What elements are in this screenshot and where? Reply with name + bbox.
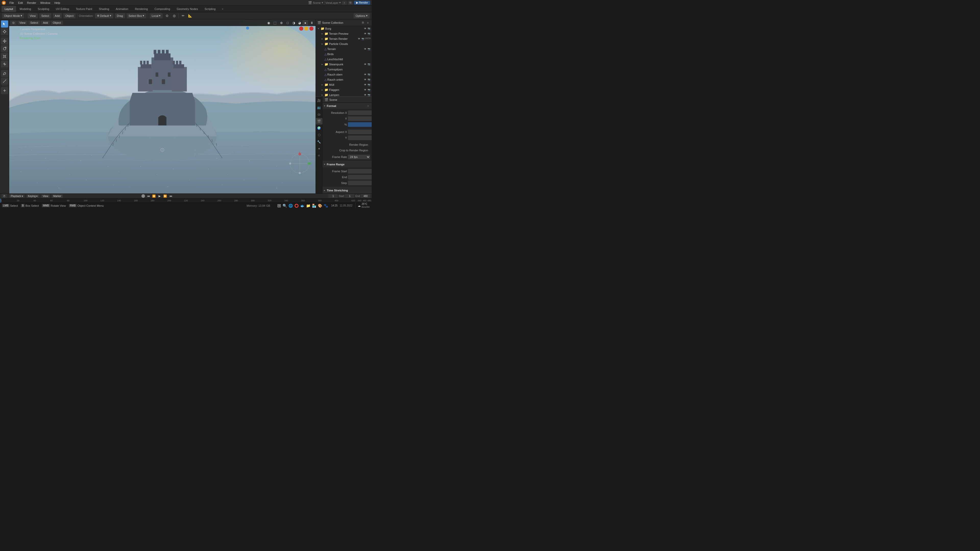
header-filter-btn[interactable]: ⊞ [348,1,353,5]
props-particles-icon-btn[interactable]: ✦ [316,146,322,152]
props-view-layer-icon-btn[interactable]: 🗂 [316,111,322,118]
transform-space-btn[interactable]: Local ▾ [150,13,162,18]
orientation-select-btn[interactable]: ⊕ Default ▾ [95,13,113,18]
taskbar-icon-store[interactable]: 🏪 [312,204,316,208]
marker-menu-btn[interactable]: Marker [52,194,63,198]
jump-start-btn[interactable]: ⏮ [146,194,151,198]
select-menu-btn[interactable]: Select [39,13,51,18]
format-section-header[interactable]: ▾ Format ≡ [322,103,372,109]
tab-scripting[interactable]: Scripting [201,6,218,12]
drag-btn[interactable]: Drag [115,13,125,18]
tab-uv-editing[interactable]: UV Editing [53,6,72,12]
props-modifier-icon-btn[interactable]: 🔧 [316,138,322,145]
tab-layout[interactable]: Layout [2,6,16,12]
shading-solid-btn[interactable]: ◑ [291,20,296,25]
end-frame-input[interactable] [361,194,370,198]
terrain-visible-icon[interactable]: 👁 [363,47,367,51]
lampen-render-icon[interactable]: 📷 [367,93,371,97]
burg-render-icon[interactable]: 📷 [367,27,371,30]
mull-visible-icon[interactable]: 👁 [363,83,367,87]
select-mode-btn[interactable]: Select Box ▾ [127,13,146,18]
timeline-track[interactable]: 1 20 40 60 80 100 120 140 160 180 200 22… [0,198,372,203]
outliner-filter-btn[interactable]: ⊞ [360,21,365,25]
record-btn[interactable] [142,194,145,198]
outliner-item-birds[interactable]: △ Birds [316,52,372,57]
aspect-x-input[interactable] [348,130,372,134]
box-select-status-btn[interactable]: B Box Select [21,204,39,207]
outliner-item-rauch-unten[interactable]: △ Rauch unten 👁 📷 [316,77,372,82]
outliner-item-burg[interactable]: ▾ 📁 Burg 👁 📷 [316,26,372,31]
tab-sculpting[interactable]: Sculpting [35,6,52,12]
keying-menu-btn[interactable]: Keying ▾ [27,194,39,198]
menu-help[interactable]: Help [52,1,62,5]
tool-measure-btn[interactable] [1,78,8,85]
tool-add-btn[interactable] [1,87,8,94]
rauch-unten-visible-icon[interactable]: 👁 [363,78,367,81]
play-btn[interactable]: ▶ [157,194,162,198]
props-scene-icon-btn[interactable]: 🎬 [316,118,322,125]
shading-wireframe-btn[interactable]: □ [285,20,291,25]
props-render-icon-btn[interactable]: 🎥 [316,97,322,104]
measure-icon-btn[interactable]: 📐 [188,13,193,18]
flaggen-visible-icon[interactable]: 👁 [363,88,367,92]
steampunk-visible-icon[interactable]: 👁 [363,62,367,66]
viewport-display-mode-btn[interactable]: ◉ [266,20,271,25]
frame-rate-select[interactable]: 24 fps 25 fps 30 fps 60 fps [348,155,370,159]
menu-edit[interactable]: Edit [16,1,25,5]
terrain-render-render-icon[interactable]: 📷 [361,37,364,41]
viewport-view-btn[interactable]: View [18,21,27,25]
start-frame-input[interactable] [345,194,354,198]
tool-scale-btn[interactable] [1,53,8,60]
search-taskbar-icon[interactable]: 🔍 [283,204,287,208]
menu-window[interactable]: Window [38,1,52,5]
tab-animation[interactable]: Animation [113,6,132,12]
props-output-icon-btn[interactable]: 📺 [316,104,322,111]
outliner-item-leuchtschild[interactable]: △ Leuchtschild [316,57,372,62]
tab-compositing[interactable]: Compositing [151,6,173,12]
current-frame-input[interactable] [329,194,338,198]
tool-transform-btn[interactable] [1,60,8,68]
add-menu-btn[interactable]: Add [53,13,62,18]
props-object-icon-btn[interactable]: ⬡ [316,132,322,138]
next-keyframe-btn[interactable]: ⏩ [163,194,167,198]
rauch-unten-render-icon[interactable]: 📷 [367,78,371,81]
frame-step-input[interactable] [348,181,372,185]
viewport-menu-btn[interactable]: ⊙ [10,21,17,25]
context-menu-status-btn[interactable]: RMB Object Context Menu [69,204,104,207]
props-world-icon-btn[interactable]: 🌍 [316,125,322,132]
resolution-x-input[interactable] [348,111,372,115]
view-menu-tl-btn[interactable]: View [41,194,50,198]
outliner-item-terrain[interactable]: △ Terrain 👁 📷 [316,46,372,52]
3d-viewport[interactable]: Z Y ⊙ View Select Add Object ◉ ⬚ ⊕ □ ◑ [9,19,315,194]
flaggen-render-icon[interactable]: 📷 [367,88,371,92]
outliner-item-turmspitzen[interactable]: △ Turmspitzen [316,67,372,72]
frame-range-section-header[interactable]: ▾ Frame Range [322,161,372,167]
aspect-y-input[interactable] [348,135,372,140]
tool-annotate-btn[interactable] [1,70,8,77]
lampen-visible-icon[interactable]: 👁 [363,93,367,97]
steampunk-render2-icon[interactable]: 📷 [367,62,371,66]
select-status-btn[interactable]: LMB Select [2,204,18,207]
viewport-select-header-btn[interactable]: Select [28,21,40,25]
frame-end-input[interactable] [348,175,372,179]
tab-shading[interactable]: Shading [96,6,112,12]
view-menu-btn[interactable]: View [27,13,38,18]
render-button[interactable]: ▶ Render [354,1,370,5]
outliner-item-flaggen[interactable]: ▸ 📁 Flaggen 👁 📷 [316,87,372,92]
render-region-link[interactable]: Render Region [348,143,369,146]
outliner-item-particle-clouds[interactable]: ▸ 📁 Particle Clouds [316,41,372,46]
shading-material-btn[interactable]: ◕ [297,20,302,25]
viewport-freeze-btn[interactable]: ⏸ [309,20,315,25]
taskbar-icon-extra[interactable]: 🐾 [324,204,328,208]
header-scene-select[interactable]: 🎬 Scene ▾ [308,1,323,5]
tool-move-btn[interactable] [1,38,8,44]
taskbar-icon-folder[interactable]: 📁 [306,204,310,208]
resolution-y-input[interactable] [348,116,372,121]
viewport-add-btn[interactable]: Add [41,21,50,25]
tab-modeling[interactable]: Modeling [17,6,34,12]
viewport-gizmo-btn[interactable]: ⊕ [278,20,284,25]
header-viewlayer-icon[interactable]: + [342,1,347,5]
frame-start-input[interactable] [348,169,372,173]
resolution-pct-input[interactable] [348,122,372,127]
crop-region-link[interactable]: Crop to Render Region [338,149,369,152]
